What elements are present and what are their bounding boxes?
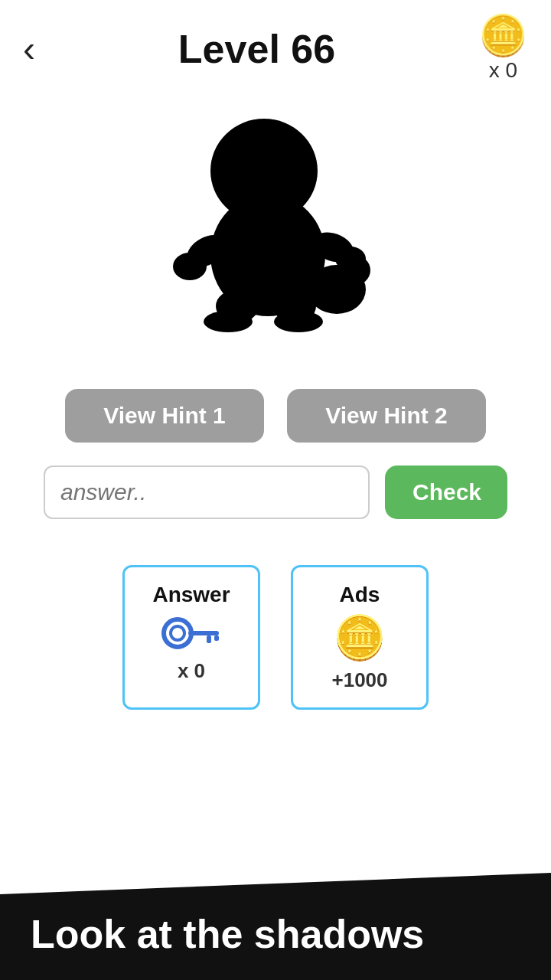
svg-point-7	[204, 311, 253, 332]
ads-card-count: +1000	[331, 668, 387, 692]
answer-input[interactable]	[44, 466, 370, 519]
ads-card-label: Ads	[340, 583, 380, 607]
hint2-button[interactable]: View Hint 2	[287, 389, 486, 443]
hint1-button[interactable]: View Hint 1	[65, 389, 264, 443]
coins-stack-icon: 🪙	[333, 616, 386, 659]
silhouette-area	[0, 90, 551, 389]
svg-rect-16	[214, 635, 219, 641]
key-icon	[161, 616, 222, 650]
svg-point-9	[274, 311, 323, 332]
answer-card-label: Answer	[152, 583, 230, 607]
answer-card-count: x 0	[178, 659, 205, 683]
bottom-banner-text: Look at the shadows	[31, 911, 520, 957]
check-button[interactable]: Check	[385, 466, 507, 519]
back-button[interactable]: ‹	[23, 31, 35, 67]
level-title: Level 66	[178, 26, 335, 72]
coins-area: 🪙 x 0	[478, 15, 528, 83]
powerup-area: Answer x 0 Ads 🪙 +1000	[0, 550, 551, 740]
answer-powerup-card[interactable]: Answer x 0	[122, 565, 260, 710]
svg-rect-14	[188, 631, 219, 635]
svg-point-3	[173, 253, 207, 280]
svg-rect-15	[207, 635, 211, 643]
svg-point-13	[171, 626, 184, 640]
ads-powerup-card[interactable]: Ads 🪙 +1000	[291, 565, 429, 710]
coins-count: x 0	[489, 58, 517, 83]
svg-point-11	[337, 255, 370, 286]
bottom-banner: Look at the shadows	[0, 873, 551, 980]
answer-row: Check	[0, 466, 551, 550]
pokemon-silhouette	[145, 106, 406, 366]
svg-point-12	[164, 619, 191, 647]
hint-buttons: View Hint 1 View Hint 2	[0, 389, 551, 466]
header: ‹ Level 66 🪙 x 0	[0, 0, 551, 90]
coins-icon: 🪙	[478, 15, 528, 55]
